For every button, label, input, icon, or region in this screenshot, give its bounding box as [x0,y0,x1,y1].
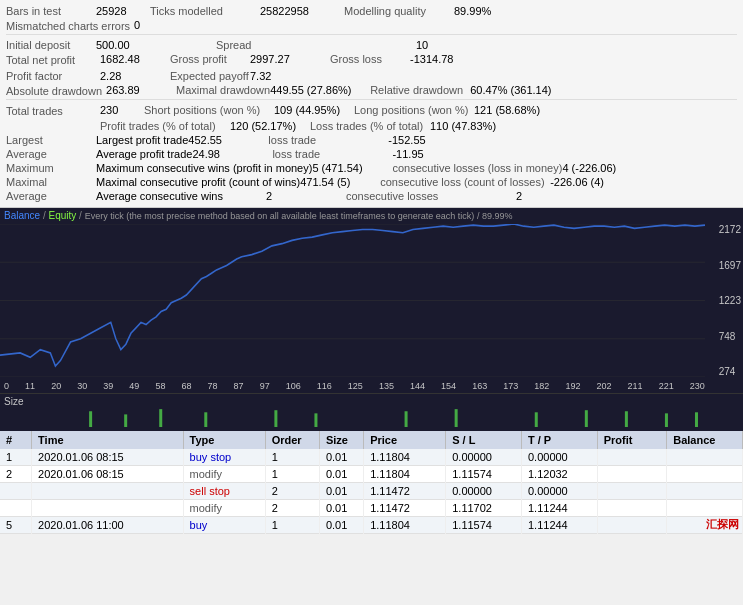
chart-header: Balance / Equity / Every tick (the most … [4,210,513,221]
x-230: 230 [690,381,705,391]
total-net-profit-value: 1682.48 [100,53,160,67]
spread-value: 10 [416,39,428,51]
x-20: 20 [51,381,61,391]
cell-order: 1 [265,466,319,483]
cell-size: 0.01 [319,500,363,517]
cell-order: 2 [265,483,319,500]
max-consec-wins-value: 5 (471.54) [312,162,392,174]
y-label-3: 1223 [719,295,741,306]
x-58: 58 [155,381,165,391]
svg-rect-8 [204,412,207,427]
equity-legend: Equity [48,210,76,221]
cell-profit [597,483,666,500]
relative-drawdown-value: 60.47% (361.14) [470,84,551,98]
maximal-drawdown-label: Maximal drawdown [176,84,270,98]
cell-time [32,500,184,517]
bars-in-test-value: 25928 [96,5,146,17]
balance-line [0,224,705,366]
size-bars-container [4,406,705,427]
x-135: 135 [379,381,394,391]
col-header-profit: Profit [597,431,666,449]
profit-factor-label: Profit factor [6,70,96,82]
max-consec-wins-label: Maximum consecutive wins (profit in mone… [96,162,312,174]
total-trades-label: Total trades [6,104,96,118]
expected-payoff-label: Expected payoff [170,70,250,82]
x-154: 154 [441,381,456,391]
cell-time: 2020.01.06 11:00 [32,517,184,534]
table-row: 12020.01.06 08:15buy stop10.011.118040.0… [0,449,743,466]
cell-tp: 0.00000 [521,483,597,500]
x-116: 116 [317,381,332,391]
x-39: 39 [103,381,113,391]
cell-size: 0.01 [319,483,363,500]
cell-size: 0.01 [319,449,363,466]
total-trades-value: 230 [100,104,140,118]
col-header-size: Size [319,431,363,449]
largest-loss-value: -152.55 [388,134,425,146]
cell-num: 1 [0,449,32,466]
svg-rect-6 [124,415,127,428]
cell-price: 1.11804 [364,517,446,534]
col-header-type: Type [183,431,265,449]
cell-tp: 1.12032 [521,466,597,483]
max-consec-losses-value: 4 (-226.06) [562,162,616,174]
table-section: # Time Type Order Size Price S / L T / P… [0,431,743,534]
average-consec-wins-value: 2 [266,190,346,202]
x-49: 49 [129,381,139,391]
cell-sl: 1.11574 [446,466,522,483]
bars-in-test-label: Bars in test [6,5,96,17]
average-label: Average [6,148,96,160]
cell-sl: 1.11574 [446,517,522,534]
y-axis: 2172 1697 1223 748 274 [719,224,741,377]
cell-profit [597,466,666,483]
y-label-1: 274 [719,366,741,377]
trades-table: # Time Type Order Size Price S / L T / P… [0,431,743,534]
gross-loss-value: -1314.78 [410,53,453,67]
table-row: modify20.011.114721.117021.11244 [0,500,743,517]
x-87: 87 [234,381,244,391]
cell-sl: 1.11702 [446,500,522,517]
y-label-4: 1697 [719,260,741,271]
x-202: 202 [596,381,611,391]
cell-size: 0.01 [319,517,363,534]
chart-description: Every tick (the most precise method base… [85,211,475,221]
modelling-quality-label: Modelling quality [344,5,454,17]
short-positions-label: Short positions (won %) [144,104,274,118]
average2-label: Average [6,190,96,202]
x-106: 106 [286,381,301,391]
mismatched-label: Mismatched charts errors [6,19,130,33]
average-loss-value: -11.95 [392,148,423,160]
x-78: 78 [208,381,218,391]
cell-balance [667,483,743,500]
x-221: 221 [659,381,674,391]
gross-profit-value: 2997.27 [250,53,330,67]
absolute-drawdown-label: Absolute drawdown [6,84,102,98]
svg-rect-14 [585,410,588,427]
cell-price: 1.11472 [364,483,446,500]
maximal-drawdown-value: 449.55 (27.86%) [270,84,370,98]
size-section: Size [0,393,743,431]
cell-balance [667,449,743,466]
long-positions-label: Long positions (won %) [354,104,474,118]
cell-sl: 0.00000 [446,449,522,466]
cell-sl: 0.00000 [446,483,522,500]
cell-type: modify [183,500,265,517]
x-192: 192 [565,381,580,391]
cell-time: 2020.01.06 08:15 [32,466,184,483]
cell-balance [667,500,743,517]
cell-profit [597,517,666,534]
x-211: 211 [628,381,643,391]
cell-size: 0.01 [319,466,363,483]
maximal-label: Maximal [6,176,96,188]
cell-num: 2 [0,466,32,483]
max-consec-losses-label: consecutive losses (loss in money) [392,162,562,174]
svg-rect-11 [405,411,408,427]
col-header-balance: Balance [667,431,743,449]
y-label-5: 2172 [719,224,741,235]
svg-rect-12 [455,409,458,427]
profit-trades-value: 120 (52.17%) [230,120,310,132]
expected-payoff-value: 7.32 [250,70,271,82]
svg-rect-10 [314,414,317,428]
svg-rect-5 [89,411,92,427]
svg-rect-7 [159,409,162,427]
